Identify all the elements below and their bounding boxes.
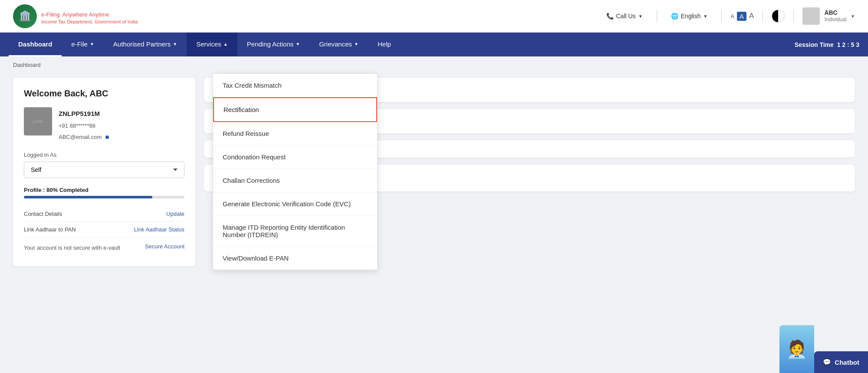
link-aadhaar-row: Link Aadhaar to PAN Link Aadhaar Status (24, 222, 184, 238)
dropdown-item-tax-credit-mismatch[interactable]: Tax Credit Mismatch (213, 74, 377, 97)
chevron-down-icon-lang: ▼ (703, 14, 707, 19)
secure-account-link[interactable]: Secure Account (145, 243, 184, 250)
chevron-down-icon-efile: ▼ (90, 42, 94, 46)
globe-icon: 🌐 (671, 13, 678, 20)
link-aadhaar-status-link[interactable]: Link Aadhaar Status (134, 226, 184, 233)
font-large-button[interactable]: A (749, 12, 754, 20)
dropdown-item-generate-evc[interactable]: Generate Electronic Verification Code (E… (213, 192, 377, 216)
logged-in-as-select[interactable]: Self (24, 162, 184, 178)
divider-2 (721, 10, 722, 23)
call-us-button[interactable]: 📞 Call Us ▼ (601, 10, 648, 22)
profile-details: ZNLPP5191M +91 88******88 ABC@email.com (59, 107, 109, 143)
navbar: Dashboard e-File ▼ Authorised Partners ▼… (0, 33, 868, 56)
logo-subtitle: Income Tax Department, Government of Ind… (41, 19, 138, 24)
user-name: ABC (824, 9, 846, 17)
phone-icon: 📞 (606, 13, 614, 20)
left-panel: Welcome Back, ABC profile ZNLPP5191M +91… (13, 78, 195, 266)
avatar: profile (24, 107, 52, 135)
dropdown-item-rectification[interactable]: Rectification (213, 97, 377, 122)
user-info: ABC Individual (824, 9, 846, 23)
profile-info: profile ZNLPP5191M +91 88******88 ABC@em… (24, 107, 184, 143)
chatbot-icon: 💬 (823, 358, 831, 366)
contact-details-row: Contact Details Update (24, 206, 184, 222)
chevron-down-icon-user: ▼ (851, 14, 855, 19)
chevron-down-icon: ▼ (638, 14, 643, 19)
dropdown-item-manage-itdrein[interactable]: Manage ITD Reporting Entity Identificati… (213, 216, 377, 247)
chatbot-avatar: 🧑‍💼 (779, 325, 814, 373)
divider-3 (763, 10, 763, 23)
user-avatar (802, 7, 820, 25)
dropdown-item-condonation-request[interactable]: Condonation Request (213, 145, 377, 169)
profile-links: Contact Details Update Link Aadhaar to P… (24, 206, 184, 255)
chevron-down-icon-pending: ▼ (296, 42, 300, 46)
logo-text: e-Filing Anywhere Anytime Income Tax Dep… (41, 8, 138, 24)
dropdown-item-challan-corrections[interactable]: Challan Corrections (213, 169, 377, 192)
profile-phone: +91 88******88 (59, 120, 109, 132)
user-area[interactable]: ABC Individual ▼ (802, 7, 855, 25)
header: 🏛️ e-Filing Anywhere Anytime Income Tax … (0, 0, 868, 33)
secure-account-row: Your account is not secure with e-vault … (24, 238, 184, 255)
nav-item-pending-actions[interactable]: Pending Actions ▼ (237, 33, 309, 56)
nav-item-grievances[interactable]: Grievances ▼ (309, 33, 368, 56)
progress-bar-bg (24, 196, 184, 198)
font-small-button[interactable]: A (730, 13, 734, 20)
update-link[interactable]: Update (166, 211, 184, 217)
chevron-down-icon-grievances: ▼ (354, 42, 358, 46)
chatbot-widget: 🧑‍💼 💬 Chatbot (779, 325, 868, 373)
progress-label: Profile : 80% Completed (24, 187, 184, 193)
contrast-button[interactable] (772, 10, 785, 23)
divider-1 (657, 10, 657, 23)
logo-title: e-Filing Anywhere Anytime (41, 8, 138, 19)
progress-bar-fill (24, 196, 152, 198)
nav-item-services[interactable]: Services ▲ (187, 33, 237, 56)
language-button[interactable]: 🌐 English ▼ (666, 10, 713, 22)
services-dropdown: Tax Credit Mismatch Rectification Refund… (213, 73, 378, 270)
user-role: Individual (824, 17, 846, 23)
main-content: Welcome Back, ABC profile ZNLPP5191M +91… (0, 73, 868, 271)
breadcrumb: Dashboard (0, 56, 868, 73)
nav-items: Dashboard e-File ▼ Authorised Partners ▼… (9, 33, 795, 56)
font-controls: A A A (730, 12, 754, 21)
nav-item-efile[interactable]: e-File ▼ (62, 33, 103, 56)
secure-account-text: Your account is not secure with e-vault (24, 244, 120, 251)
logo-area: 🏛️ e-Filing Anywhere Anytime Income Tax … (13, 4, 138, 28)
dropdown-item-refund-reissue[interactable]: Refund Reissue (213, 122, 377, 145)
font-medium-button[interactable]: A (737, 12, 746, 21)
header-right: 📞 Call Us ▼ 🌐 English ▼ A A A ABC Indivi… (601, 7, 855, 25)
nav-item-help[interactable]: Help (368, 33, 401, 56)
profile-pan: ZNLPP5191M (59, 107, 109, 120)
welcome-title: Welcome Back, ABC (24, 89, 184, 99)
info-dot (105, 135, 109, 139)
divider-4 (793, 10, 794, 23)
logged-in-label: Logged in As (24, 152, 184, 158)
profile-email: ABC@email.com (59, 132, 109, 143)
logo-emblem: 🏛️ (13, 4, 37, 28)
nav-item-dashboard[interactable]: Dashboard (9, 33, 62, 56)
dropdown-item-view-epan[interactable]: View/Download E-PAN (213, 247, 377, 270)
profile-card: Welcome Back, ABC profile ZNLPP5191M +91… (13, 78, 195, 266)
profile-progress: Profile : 80% Completed (24, 187, 184, 198)
chevron-down-icon-auth: ▼ (173, 42, 177, 46)
session-time: Session Time 1 2 : 5 3 (795, 41, 859, 48)
contact-details-label: Contact Details (24, 211, 62, 217)
chatbot-button[interactable]: 💬 Chatbot (814, 351, 868, 373)
chevron-up-icon-services: ▲ (224, 42, 228, 46)
nav-item-authorised-partners[interactable]: Authorised Partners ▼ (104, 33, 187, 56)
link-aadhaar-label: Link Aadhaar to PAN (24, 226, 76, 233)
